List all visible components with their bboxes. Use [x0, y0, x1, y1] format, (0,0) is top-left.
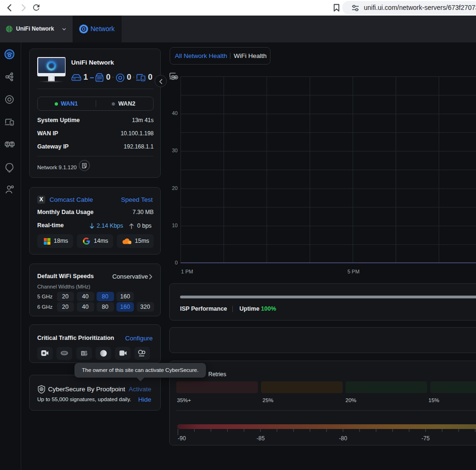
svg-text:T: T: [82, 351, 84, 355]
